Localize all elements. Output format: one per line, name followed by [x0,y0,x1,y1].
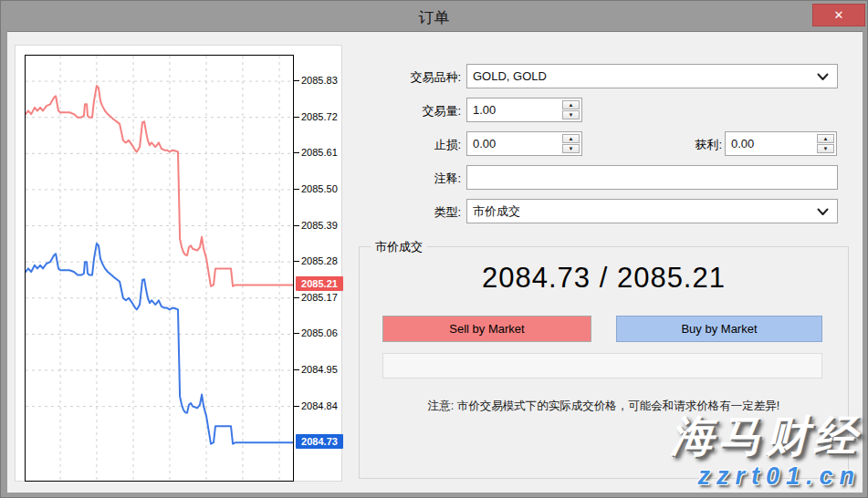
execution-progress-box [382,353,822,379]
comment-input[interactable] [473,166,837,189]
stop-loss-field[interactable]: 0.00 ▲ ▼ [466,131,582,156]
chevron-down-icon [817,73,829,81]
order-type-value: 市价成交 [473,203,520,220]
close-button[interactable]: ✕ [812,4,865,26]
order-type-select[interactable]: 市价成交 [466,199,838,223]
tick-chart-panel: 2085.832085.722085.612085.502085.392085.… [15,45,342,482]
take-profit-value: 0.00 [731,137,754,150]
symbol-value: GOLD, GOLD [473,69,547,83]
volume-spin-down[interactable]: ▼ [562,110,580,119]
volume-label: 交易量: [361,103,461,119]
y-axis-tick-label: 2084.95 [301,364,338,375]
bid-line [26,244,293,444]
volume-spinner: ▲ ▼ [562,100,580,119]
take-profit-label: 获利: [622,137,722,153]
y-axis-tick-label: 2085.61 [301,147,338,158]
y-axis-tick [294,80,299,81]
volume-value: 1.00 [473,103,496,117]
take-profit-spin-up[interactable]: ▲ [817,134,834,143]
take-profit-spinner: ▲ ▼ [817,134,834,153]
buy-button-label: Buy by Market [681,322,757,336]
y-axis-tick [294,297,299,298]
y-axis-tick-label: 2085.83 [301,75,338,86]
stop-loss-label: 止损: [361,137,461,153]
y-axis-tick [294,152,299,153]
bid-price-tag: 2084.73 [296,434,343,449]
stop-loss-value: 0.00 [473,137,496,150]
y-axis-tick-label: 2085.17 [301,292,338,303]
ask-price-tag: 2085.21 [296,276,343,291]
stop-loss-spin-down[interactable]: ▼ [562,144,580,153]
dialog-title: 订单 [1,7,867,28]
buy-by-market-button[interactable]: Buy by Market [616,316,822,342]
chevron-down-icon [817,208,829,216]
comment-field-wrap [466,165,838,190]
stop-loss-spinner: ▲ ▼ [562,134,580,153]
comment-label: 注释: [361,171,461,187]
execution-note: 注意: 市价交易模式下的实际成交价格，可能会和请求价格有一定差异! [360,399,848,414]
sell-button-label: Sell by Market [449,322,524,336]
take-profit-spin-down[interactable]: ▼ [817,144,834,153]
tick-chart[interactable] [25,55,294,482]
y-axis-tick [294,225,299,226]
order-dialog-window: 订单 ✕ 2085.832085.722085.612085.502085.39… [0,0,868,498]
sell-by-market-button[interactable]: Sell by Market [382,316,591,342]
close-icon: ✕ [834,8,844,22]
volume-field[interactable]: 1.00 ▲ ▼ [466,98,582,122]
y-axis-tick-label: 2085.39 [301,220,338,231]
market-execution-group: 市价成交 2084.73 / 2085.21 Sell by Market Bu… [359,246,849,479]
bid-ask-quote: 2084.73 / 2085.21 [360,262,848,295]
y-axis-tick [294,189,299,190]
symbol-select[interactable]: GOLD, GOLD [466,64,838,88]
y-axis-tick [294,406,299,407]
take-profit-field[interactable]: 0.00 ▲ ▼ [725,131,837,156]
price-chart-svg [26,56,293,481]
y-axis-tick [294,261,299,262]
y-axis-tick [294,117,299,118]
title-bar[interactable]: 订单 ✕ [1,1,867,31]
y-axis-tick-label: 2085.06 [301,327,338,338]
dialog-body: 2085.832085.722085.612085.502085.392085.… [7,31,863,493]
symbol-label: 交易品种: [361,69,461,86]
y-axis-tick [294,333,299,334]
y-axis-tick [294,369,299,370]
y-axis-tick-label: 2085.28 [301,255,338,266]
group-title: 市价成交 [371,239,427,255]
y-axis-tick-label: 2084.84 [301,400,338,411]
volume-spin-up[interactable]: ▲ [562,100,580,109]
y-axis-tick-label: 2085.50 [301,183,338,194]
stop-loss-spin-up[interactable]: ▲ [562,134,580,143]
ask-line [26,86,293,286]
type-label: 类型: [361,204,461,221]
y-axis-tick-label: 2085.72 [301,111,338,122]
